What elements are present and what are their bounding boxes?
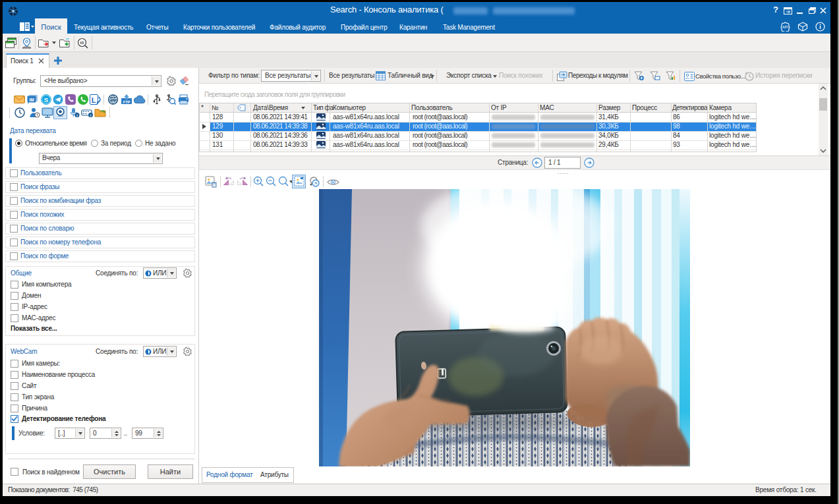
svg-text:HTTP: HTTP	[109, 98, 117, 101]
svg-text:IM: IM	[29, 98, 34, 102]
svg-text:L: L	[92, 96, 96, 104]
svg-text:ID: ID	[80, 41, 85, 45]
svg-text:S: S	[44, 96, 48, 103]
svg-text:API: API	[782, 25, 788, 29]
svg-text:FTP: FTP	[123, 100, 130, 104]
